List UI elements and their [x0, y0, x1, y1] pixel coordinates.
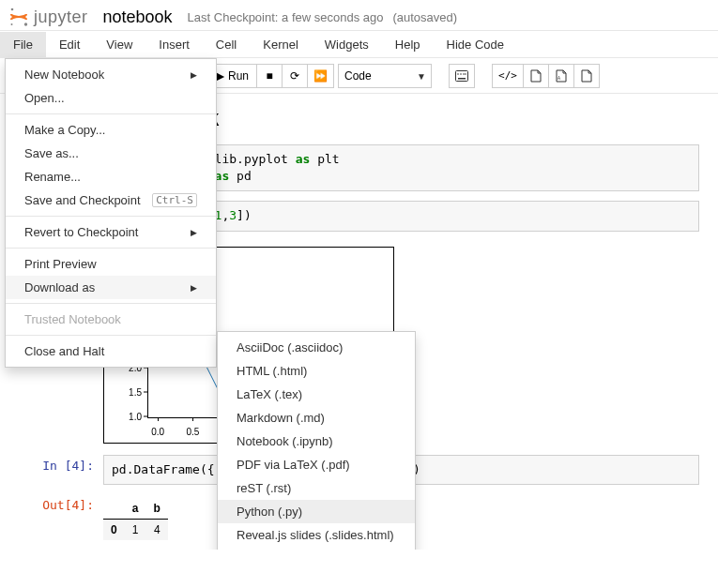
kbd-shortcut: Ctrl-S [152, 193, 197, 207]
download-markdown[interactable]: Markdown (.md) [218, 406, 415, 430]
svg-rect-8 [458, 78, 466, 80]
download-latex[interactable]: LaTeX (.tex) [218, 383, 415, 406]
separator [6, 248, 216, 249]
file-save-checkpoint[interactable]: Save and Checkpoint Ctrl-S [6, 188, 216, 212]
menu-widgets[interactable]: Widgets [312, 32, 382, 57]
menu-edit[interactable]: Edit [46, 32, 93, 57]
header: jupyter notebook Last Checkpoint: a few … [0, 0, 718, 30]
svg-point-10 [460, 73, 462, 75]
svg-rect-7 [456, 70, 468, 81]
separator [6, 303, 216, 304]
svg-point-2 [11, 23, 13, 25]
file-save-as[interactable]: Save as... [6, 142, 216, 165]
download-notebook[interactable]: Notebook (.ipynb) [218, 430, 415, 453]
svg-point-11 [463, 73, 465, 75]
separator [6, 335, 216, 336]
svg-point-9 [457, 73, 459, 75]
file-open[interactable]: Open... [6, 86, 216, 110]
download-as-submenu: AsciiDoc (.asciidoc) HTML (.html) LaTeX … [217, 331, 416, 550]
restart-icon: ⟳ [290, 69, 299, 83]
dataframe-table: a b 0 1 4 [103, 498, 168, 540]
interrupt-button[interactable]: ■ [256, 64, 283, 88]
table-row: 0 1 4 [103, 519, 168, 540]
download-pdf-html[interactable]: PDF via HTML (.html) [218, 547, 415, 550]
run-label: Run [228, 69, 249, 83]
checkpoint-text: Last Checkpoint: a few seconds ago [188, 10, 384, 24]
fast-forward-icon: ⏩ [313, 69, 328, 83]
file-pdf-icon: A [556, 69, 567, 83]
menu-cell[interactable]: Cell [203, 32, 250, 57]
file-revert[interactable]: Revert to Checkpoint [6, 220, 216, 244]
download-html[interactable]: HTML (.html) [218, 359, 415, 383]
keyboard-icon [455, 70, 468, 82]
restart-button[interactable]: ⟳ [282, 64, 308, 88]
menu-view[interactable]: View [93, 32, 145, 57]
row-index: 0 [103, 519, 125, 540]
download-python[interactable]: Python (.py) [218, 500, 415, 523]
cell-type-select[interactable]: Code [338, 64, 432, 88]
autosave-status: (autosaved) [392, 10, 457, 24]
file-trusted: Trusted Notebook [6, 308, 216, 331]
svg-point-12 [465, 73, 466, 75]
command-palette-button[interactable] [449, 64, 475, 88]
logo-text: jupyter [34, 8, 88, 27]
cell-value: 4 [145, 519, 167, 540]
ytick-label: 1.5 [104, 386, 142, 397]
file-icon [530, 69, 542, 83]
download-asciidoc[interactable]: AsciiDoc (.asciidoc) [218, 336, 415, 359]
separator [6, 113, 216, 114]
download-revealjs[interactable]: Reveal.js slides (.slides.html) [218, 523, 415, 547]
nbextension-button-1[interactable]: </> [492, 64, 524, 88]
svg-point-1 [24, 23, 27, 25]
menu-kernel[interactable]: Kernel [250, 32, 312, 57]
menu-help[interactable]: Help [382, 32, 434, 57]
ytick-label: 1.0 [104, 411, 142, 421]
file-download-as[interactable]: Download as [6, 276, 216, 299]
jupyter-logo[interactable]: jupyter [8, 6, 88, 28]
menu-insert[interactable]: Insert [145, 32, 203, 57]
file-close-halt[interactable]: Close and Halt [6, 339, 216, 363]
file-make-copy[interactable]: Make a Copy... [6, 118, 216, 142]
file-new-notebook[interactable]: New Notebook [6, 63, 216, 86]
play-icon: ▶ [216, 69, 224, 83]
file-rename[interactable]: Rename... [6, 165, 216, 188]
download-pdf-latex[interactable]: PDF via LaTeX (.pdf) [218, 453, 415, 476]
nbextension-button-2[interactable] [523, 64, 549, 88]
svg-point-0 [11, 8, 14, 11]
menu-hidecode[interactable]: Hide Code [434, 32, 517, 57]
col-header: a [125, 498, 146, 520]
file-blank-icon [581, 69, 592, 83]
stop-icon: ■ [266, 69, 272, 83]
cell-value: 1 [125, 519, 146, 540]
nbextension-button-4[interactable] [573, 64, 600, 88]
out-prompt: Out[4]: [19, 494, 103, 540]
svg-text:A: A [558, 76, 560, 81]
in-prompt: In [4]: [19, 455, 103, 485]
menubar: File Edit View Insert Cell Kernel Widget… [0, 30, 718, 58]
download-rest[interactable]: reST (.rst) [218, 476, 415, 500]
menu-file[interactable]: File [0, 32, 46, 57]
xtick-label: 0.5 [187, 427, 200, 437]
jupyter-icon [8, 6, 30, 28]
nbextension-button-3[interactable]: A [548, 64, 574, 88]
xtick-label: 0.0 [151, 427, 164, 437]
code-icon: </> [498, 69, 517, 82]
col-header: b [145, 498, 167, 520]
file-print-preview[interactable]: Print Preview [6, 252, 216, 276]
restart-run-all-button[interactable]: ⏩ [307, 64, 334, 88]
notebook-name[interactable]: notebook [103, 8, 173, 27]
file-dropdown: New Notebook Open... Make a Copy... Save… [5, 58, 217, 368]
separator [6, 216, 216, 217]
